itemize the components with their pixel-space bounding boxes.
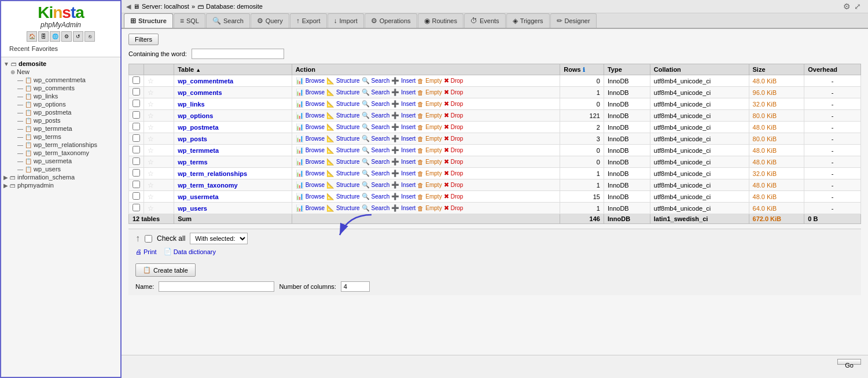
structure-link-8[interactable]: Structure	[336, 170, 360, 177]
structure-link-6[interactable]: Structure	[336, 147, 360, 153]
browse-link-9[interactable]: Browse	[306, 182, 325, 188]
table-name-link-3[interactable]: wp_options	[178, 112, 213, 119]
drop-link-3[interactable]: Drop	[451, 112, 464, 119]
settings-icon[interactable]: ⚙	[61, 31, 72, 42]
sidebar-item-wp-term-tax[interactable]: — 📋 wp_term_taxonomy	[1, 149, 120, 157]
exit-icon[interactable]: ⎋	[84, 31, 95, 42]
row-checkbox-0[interactable]	[133, 76, 140, 84]
globe-icon[interactable]: 🌐	[50, 31, 60, 42]
insert-link-11[interactable]: Insert	[401, 205, 415, 211]
browse-link-4[interactable]: Browse	[306, 124, 325, 130]
empty-link-8[interactable]: Empty	[425, 170, 442, 177]
star-icon-9[interactable]: ☆	[148, 181, 154, 189]
structure-link-3[interactable]: Structure	[336, 112, 360, 119]
browse-link-10[interactable]: Browse	[306, 193, 325, 200]
browse-link-8[interactable]: Browse	[306, 170, 325, 177]
search-link-7[interactable]: Search	[372, 159, 390, 165]
window-settings-icon[interactable]: ⚙	[843, 2, 851, 11]
row-checkbox-6[interactable]	[133, 146, 140, 153]
empty-link-0[interactable]: Empty	[425, 78, 442, 84]
insert-link-5[interactable]: Insert	[401, 135, 415, 142]
drop-link-11[interactable]: Drop	[451, 205, 464, 211]
structure-link-4[interactable]: Structure	[336, 124, 360, 130]
row-checkbox-3[interactable]	[133, 111, 140, 119]
star-icon-6[interactable]: ☆	[148, 146, 154, 155]
favorites-btn[interactable]: Favorites	[32, 45, 58, 52]
tab-triggers[interactable]: ◈ Triggers	[506, 13, 550, 28]
drop-link-5[interactable]: Drop	[451, 135, 464, 142]
structure-link-9[interactable]: Structure	[336, 182, 360, 188]
up-arrow-icon[interactable]: ↑	[135, 233, 140, 244]
sync-icon[interactable]: ↺	[73, 31, 83, 42]
recent-btn[interactable]: Recent	[9, 45, 30, 52]
insert-link-4[interactable]: Insert	[401, 124, 415, 130]
sidebar-item-wp-commentmeta[interactable]: — 📋 wp_commentmeta	[1, 76, 120, 84]
search-link-2[interactable]: Search	[372, 101, 390, 107]
tab-query[interactable]: ⚙ Query	[251, 13, 289, 28]
row-checkbox-7[interactable]	[133, 157, 140, 165]
col-table[interactable]: Table ▲	[174, 64, 292, 75]
sidebar-item-wp-posts[interactable]: — 📋 wp_posts	[1, 116, 120, 124]
row-checkbox-2[interactable]	[133, 100, 140, 107]
table-name-link-11[interactable]: wp_users	[178, 205, 207, 212]
star-icon-5[interactable]: ☆	[148, 135, 154, 143]
star-icon-0[interactable]: ☆	[148, 77, 154, 85]
sidebar-item-wp-termmeta[interactable]: — 📋 wp_termmeta	[1, 124, 120, 133]
sidebar-item-wp-comments[interactable]: — 📋 wp_comments	[1, 84, 120, 92]
tab-sql[interactable]: ≡ SQL	[174, 13, 205, 28]
search-link-5[interactable]: Search	[372, 135, 390, 142]
insert-link-0[interactable]: Insert	[401, 78, 415, 84]
browse-link-11[interactable]: Browse	[306, 205, 325, 211]
tab-events[interactable]: ⏱ Events	[464, 13, 506, 28]
star-icon-11[interactable]: ☆	[148, 204, 154, 212]
insert-link-1[interactable]: Insert	[401, 89, 415, 96]
table-name-link-0[interactable]: wp_commentmeta	[178, 78, 233, 85]
empty-link-7[interactable]: Empty	[425, 159, 442, 165]
drop-link-2[interactable]: Drop	[451, 101, 464, 107]
tab-export[interactable]: ↑ Export	[290, 13, 327, 28]
structure-link-10[interactable]: Structure	[336, 193, 360, 200]
star-icon-4[interactable]: ☆	[148, 123, 154, 131]
row-checkbox-11[interactable]	[133, 204, 140, 211]
browse-link-3[interactable]: Browse	[306, 112, 325, 119]
structure-link-11[interactable]: Structure	[336, 205, 360, 211]
table-name-link-4[interactable]: wp_postmeta	[178, 124, 218, 131]
empty-link-1[interactable]: Empty	[425, 89, 442, 96]
tab-routines[interactable]: ◉ Routines	[418, 13, 464, 28]
sidebar-item-wp-users[interactable]: — 📋 wp_users	[1, 165, 120, 173]
back-arrow[interactable]: ◀	[126, 3, 131, 10]
star-icon-10[interactable]: ☆	[148, 193, 154, 201]
browse-link-5[interactable]: Browse	[306, 135, 325, 142]
star-icon-8[interactable]: ☆	[148, 170, 154, 178]
row-checkbox-1[interactable]	[133, 88, 140, 96]
table-name-input[interactable]	[159, 281, 274, 292]
insert-link-6[interactable]: Insert	[401, 147, 415, 153]
db-icon[interactable]: 🗄	[38, 31, 49, 42]
search-link-10[interactable]: Search	[372, 193, 390, 200]
drop-link-10[interactable]: Drop	[451, 193, 464, 200]
insert-link-3[interactable]: Insert	[401, 112, 415, 119]
tab-designer[interactable]: ✏ Designer	[550, 13, 597, 28]
insert-link-2[interactable]: Insert	[401, 101, 415, 107]
insert-link-10[interactable]: Insert	[401, 193, 415, 200]
browse-link-0[interactable]: Browse	[306, 78, 325, 84]
sidebar-item-wp-usermeta[interactable]: — 📋 wp_usermeta	[1, 157, 120, 165]
check-all-checkbox[interactable]	[145, 235, 152, 243]
row-checkbox-9[interactable]	[133, 181, 140, 188]
sidebar-item-wp-term-rel[interactable]: — 📋 wp_term_relationships	[1, 141, 120, 149]
search-link-8[interactable]: Search	[372, 170, 390, 177]
drop-link-7[interactable]: Drop	[451, 159, 464, 165]
search-link-11[interactable]: Search	[372, 205, 390, 211]
sidebar-item-wp-terms[interactable]: — 📋 wp_terms	[1, 133, 120, 141]
sidebar-item-wp-options[interactable]: — 📋 wp_options	[1, 100, 120, 108]
star-icon-3[interactable]: ☆	[148, 112, 154, 120]
row-checkbox-5[interactable]	[133, 134, 140, 142]
row-checkbox-4[interactable]	[133, 123, 140, 130]
table-name-link-6[interactable]: wp_termmeta	[178, 147, 219, 154]
drop-link-1[interactable]: Drop	[451, 89, 464, 96]
table-name-link-7[interactable]: wp_terms	[178, 159, 207, 166]
tab-search[interactable]: 🔍 Search	[206, 13, 250, 28]
tab-import[interactable]: ↓ Import	[328, 13, 364, 28]
browse-link-1[interactable]: Browse	[306, 89, 325, 96]
table-name-link-2[interactable]: wp_links	[178, 101, 204, 108]
